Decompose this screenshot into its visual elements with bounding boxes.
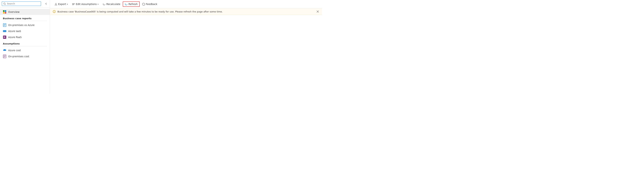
search-bar — [0, 0, 50, 7]
svg-rect-3 — [5, 10, 6, 12]
svg-point-26 — [144, 4, 145, 5]
report-blue-icon — [3, 23, 6, 27]
close-icon — [317, 10, 319, 13]
page-body — [50, 15, 322, 94]
recalculate-icon — [103, 3, 106, 5]
refresh-icon — [125, 3, 128, 5]
main-content: Export ▾ Edit Assumptions ▾ — [50, 0, 322, 94]
svg-rect-4 — [3, 12, 4, 13]
search-icon — [4, 2, 6, 5]
feedback-button[interactable]: Feedback — [140, 2, 159, 6]
export-chevron-icon: ▾ — [67, 3, 68, 5]
sidebar-item-on-premises-cost-label: On-premises cost — [8, 55, 29, 58]
sidebar-item-azure-cost[interactable]: Azure cost — [0, 47, 50, 53]
iaas-icon — [3, 29, 6, 33]
sidebar-item-azure-iaas[interactable]: Azure IaaS — [0, 28, 50, 34]
sidebar-item-on-premises-vs-azure-label: On-premises vs Azure — [8, 24, 34, 26]
svg-point-32 — [54, 11, 54, 11]
sidebar-item-on-premises-vs-azure[interactable]: On-premises vs Azure — [0, 22, 50, 28]
export-icon — [54, 3, 57, 5]
sidebar-item-azure-paas-label: Azure PaaS — [8, 36, 22, 39]
edit-assumptions-label: Edit Assumptions — [76, 3, 97, 5]
app-container: Overview Business case reports On-premis… — [0, 0, 322, 94]
sidebar-item-azure-paas[interactable]: M Azure PaaS — [0, 34, 50, 40]
search-input[interactable] — [7, 2, 40, 5]
sidebar-item-overview-label: Overview — [8, 10, 20, 13]
notification-banner: Business case 'BusinessCase005' is being… — [50, 8, 322, 15]
svg-rect-12 — [5, 31, 6, 31]
search-input-wrapper[interactable] — [2, 1, 41, 6]
collapse-sidebar-button[interactable] — [44, 2, 48, 6]
sidebar-item-on-premises-cost[interactable]: On-premises cost — [0, 53, 50, 59]
toolbar: Export ▾ Edit Assumptions ▾ — [50, 0, 322, 8]
svg-text:M: M — [4, 36, 5, 38]
overview-icon — [3, 10, 6, 14]
notification-message: Business case 'BusinessCase005' is being… — [58, 10, 314, 13]
svg-rect-10 — [3, 30, 6, 32]
svg-rect-11 — [4, 31, 4, 31]
export-button[interactable]: Export ▾ — [53, 2, 70, 6]
cloud-icon — [3, 49, 6, 52]
sidebar-item-azure-iaas-label: Azure IaaS — [8, 30, 21, 33]
svg-rect-5 — [5, 12, 6, 13]
paas-icon: M — [3, 35, 6, 39]
refresh-label: Refresh — [128, 3, 138, 5]
sidebar-item-azure-cost-label: Azure cost — [8, 49, 21, 52]
refresh-button[interactable]: Refresh — [123, 1, 140, 7]
svg-rect-2 — [3, 10, 4, 12]
business-case-reports-section-label: Business case reports — [0, 15, 50, 20]
edit-assumptions-button[interactable]: Edit Assumptions ▾ — [70, 2, 100, 6]
export-label: Export — [58, 3, 66, 5]
sidebar: Overview Business case reports On-premis… — [0, 0, 50, 94]
section-divider-reports — [3, 21, 47, 21]
info-icon — [53, 10, 56, 13]
sidebar-item-overview[interactable]: Overview — [0, 9, 50, 15]
feedback-label: Feedback — [146, 3, 157, 5]
assumptions-section-label: Assumptions — [0, 40, 50, 46]
recalculate-button[interactable]: Recalculate — [101, 2, 122, 6]
sidebar-nav: Overview Business case reports On-premis… — [0, 7, 50, 94]
edit-assumptions-icon — [72, 3, 75, 5]
recalculate-label: Recalculate — [106, 3, 120, 5]
svg-line-1 — [5, 4, 6, 5]
notification-close-button[interactable] — [316, 10, 319, 13]
edit-assumptions-chevron-icon: ▾ — [98, 3, 98, 5]
on-prem-cost-icon — [3, 55, 6, 58]
feedback-icon — [142, 3, 145, 5]
